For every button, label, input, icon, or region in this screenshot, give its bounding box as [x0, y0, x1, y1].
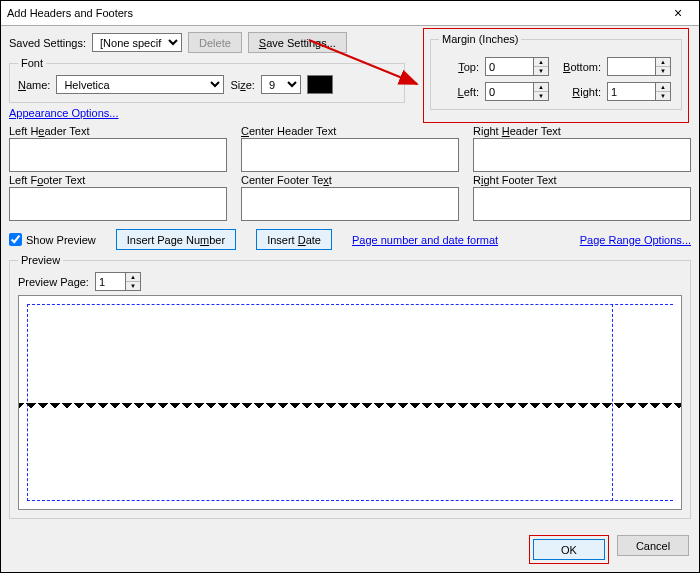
chevron-up-icon: ▲: [534, 83, 548, 92]
window-title: Add Headers and Footers: [7, 7, 663, 19]
chevron-down-icon: ▼: [126, 282, 140, 290]
font-name-select[interactable]: Helvetica: [56, 75, 224, 94]
left-footer-label: Left Footer Text: [9, 174, 227, 186]
page-date-format-link[interactable]: Page number and date format: [352, 234, 498, 246]
margin-bottom-label: Bottom:: [557, 61, 601, 73]
dialog-footer: OK Cancel: [1, 527, 699, 572]
center-header-text[interactable]: [241, 138, 459, 172]
save-settings-button[interactable]: Save Settings...: [248, 32, 347, 53]
margin-left-input[interactable]: [485, 82, 533, 101]
font-name-label: Name:: [18, 79, 50, 91]
options-row: Show Preview Insert Page Number Insert D…: [9, 229, 691, 250]
preview-page-spinner[interactable]: ▲▼: [95, 272, 141, 291]
spinner-buttons[interactable]: ▲▼: [533, 82, 549, 101]
font-group: Font Name: Helvetica Size: 9: [9, 57, 405, 103]
saved-settings-label: Saved Settings:: [9, 37, 86, 49]
page-content-icon: [19, 403, 681, 413]
margin-top-label: Top:: [439, 61, 479, 73]
left-header-text[interactable]: [9, 138, 227, 172]
preview-page-input[interactable]: [95, 272, 125, 291]
margin-guide-bottom: [27, 500, 673, 501]
spinner-buttons[interactable]: ▲▼: [533, 57, 549, 76]
font-size-select[interactable]: 9: [261, 75, 301, 94]
right-header-label: Right Header Text: [473, 125, 691, 137]
chevron-up-icon: ▲: [126, 273, 140, 282]
show-preview-label: Show Preview: [26, 234, 96, 246]
preview-canvas: [18, 295, 682, 510]
page-range-options-link[interactable]: Page Range Options...: [580, 234, 691, 246]
chevron-down-icon: ▼: [534, 67, 548, 75]
chevron-up-icon: ▲: [656, 83, 670, 92]
delete-button[interactable]: Delete: [188, 32, 242, 53]
margin-guide-top: [27, 304, 673, 305]
center-footer-label: Center Footer Text: [241, 174, 459, 186]
preview-group: Preview Preview Page: ▲▼: [9, 254, 691, 519]
chevron-up-icon: ▲: [534, 58, 548, 67]
spinner-buttons[interactable]: ▲▼: [655, 82, 671, 101]
insert-date-button[interactable]: Insert Date: [256, 229, 332, 250]
saved-settings-select[interactable]: [None specified]: [92, 33, 182, 52]
show-preview-input[interactable]: [9, 233, 22, 246]
chevron-down-icon: ▼: [656, 92, 670, 100]
margin-right-label: Right:: [557, 86, 601, 98]
left-footer-text[interactable]: [9, 187, 227, 221]
chevron-down-icon: ▼: [656, 67, 670, 75]
margin-right-spinner[interactable]: ▲▼: [607, 82, 673, 101]
margin-top-spinner[interactable]: ▲▼: [485, 57, 551, 76]
margin-left-spinner[interactable]: ▲▼: [485, 82, 551, 101]
ok-button[interactable]: OK: [533, 539, 605, 560]
right-footer-text[interactable]: [473, 187, 691, 221]
dialog-window: Add Headers and Footers × Saved Settings…: [0, 0, 700, 573]
right-header-text[interactable]: [473, 138, 691, 172]
header-footer-grid: Left Header Text Center Header Text Righ…: [9, 125, 691, 223]
preview-page-label: Preview Page:: [18, 276, 89, 288]
margin-bottom-spinner[interactable]: ▲▼: [607, 57, 673, 76]
right-footer-label: Right Footer Text: [473, 174, 691, 186]
spinner-buttons[interactable]: ▲▼: [125, 272, 141, 291]
font-size-label: Size:: [230, 79, 254, 91]
cancel-button[interactable]: Cancel: [617, 535, 689, 556]
font-color-swatch[interactable]: [307, 75, 333, 94]
preview-legend: Preview: [18, 254, 63, 266]
chevron-down-icon: ▼: [534, 92, 548, 100]
titlebar: Add Headers and Footers ×: [1, 1, 699, 26]
margin-group-highlight: Margin (Inches) Top: ▲▼ Bottom: ▲▼ Left:: [423, 28, 689, 123]
margin-bottom-input[interactable]: [607, 57, 655, 76]
margin-left-label: Left:: [439, 86, 479, 98]
spinner-buttons[interactable]: ▲▼: [655, 57, 671, 76]
center-footer-text[interactable]: [241, 187, 459, 221]
margin-right-input[interactable]: [607, 82, 655, 101]
close-icon[interactable]: ×: [663, 5, 693, 21]
margin-legend: Margin (Inches): [439, 33, 521, 45]
font-legend: Font: [18, 57, 46, 69]
ok-highlight: OK: [529, 535, 609, 564]
chevron-up-icon: ▲: [656, 58, 670, 67]
margin-top-input[interactable]: [485, 57, 533, 76]
left-header-label: Left Header Text: [9, 125, 227, 137]
insert-page-number-button[interactable]: Insert Page Number: [116, 229, 236, 250]
center-header-label: Center Header Text: [241, 125, 459, 137]
show-preview-checkbox[interactable]: Show Preview: [9, 233, 96, 246]
dialog-body: Saved Settings: [None specified] Delete …: [1, 26, 699, 527]
